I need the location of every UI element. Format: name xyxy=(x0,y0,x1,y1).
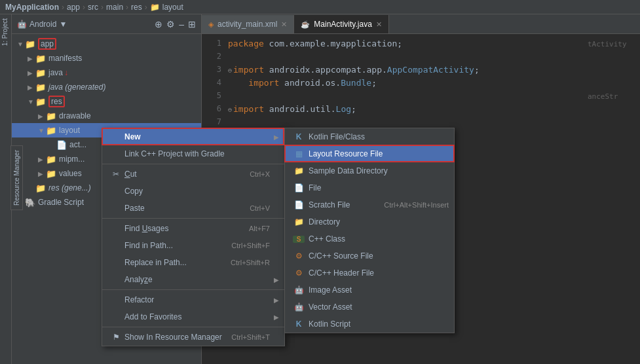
ctx-item-replace-path[interactable]: Replace in Path... Ctrl+Shift+R xyxy=(102,254,284,271)
tab-java[interactable]: ☕ MainActivity.java ✕ xyxy=(294,15,388,33)
sub-item-sample-data[interactable]: 📁 Sample Data Directory xyxy=(285,162,454,179)
code-line-3: 3 ⊖import androidx.appcompat.app.AppComp… xyxy=(202,63,640,76)
sep5: › xyxy=(145,3,147,12)
project-panel-header: 🤖 Android ▼ ⊕ ⚙ – ⊞ xyxy=(12,14,201,34)
ctx-label-add-fav: Add to Favorites xyxy=(124,312,181,321)
replace-path-shortcut: Ctrl+Shift+R xyxy=(231,259,270,266)
bc-main: main xyxy=(106,3,123,12)
tree-label: mipm... xyxy=(59,155,85,164)
ctx-item-copy[interactable]: Copy xyxy=(102,183,284,200)
ctx-item-show-rm[interactable]: ⚑ Show In Resource Manager Ctrl+Shift+T xyxy=(102,329,284,346)
sub-item-cpp-class[interactable]: S C++ Class xyxy=(285,230,454,247)
tree-item-java[interactable]: ▶ 📁 java ↓ xyxy=(12,65,201,80)
ctx-item-analyze[interactable]: Analyze xyxy=(102,271,284,288)
sub-item-layout-resource[interactable]: ▦ Layout Resource File xyxy=(285,145,454,162)
ctx-item-cut[interactable]: ✂ Cut Ctrl+X xyxy=(102,166,284,183)
resource-manager-label[interactable]: Resource Manager xyxy=(10,145,23,210)
tr-line1: tActivity xyxy=(588,38,640,51)
title-bar: MyApplication › app › src › main › res ›… xyxy=(0,0,640,14)
panel-dropdown[interactable]: ▼ xyxy=(59,20,67,29)
sub-label-layout-resource: Layout Resource File xyxy=(309,149,383,158)
sub-label-kotlin-file: Kotlin File/Class xyxy=(309,132,365,141)
tr-line5: anceStr xyxy=(588,90,640,103)
sub-item-cpp-source[interactable]: ⚙ C/C++ Source File xyxy=(285,247,454,264)
sub-item-directory[interactable]: 📁 Directory xyxy=(285,213,454,230)
expand-icon[interactable]: ⊞ xyxy=(188,19,196,29)
line-content: ⊖import android.util.Log; xyxy=(228,104,356,114)
show-rm-shortcut: Ctrl+Shift+T xyxy=(231,333,270,341)
resource-manager-tab[interactable]: Resource Manager xyxy=(10,145,23,210)
sub-label-file: File xyxy=(309,183,321,192)
sub-label-directory: Directory xyxy=(309,217,340,227)
sub-label-kotlin-script: Kotlin Script xyxy=(309,319,350,329)
ctx-label-replace-path: Replace in Path... xyxy=(124,258,187,267)
bc-app: app xyxy=(67,3,80,12)
tree-label: layout xyxy=(59,126,80,135)
line-num: 3 xyxy=(202,65,228,74)
arrow: ▶ xyxy=(28,55,35,62)
tab-xml[interactable]: ◈ activity_main.xml ✕ xyxy=(202,15,294,33)
folder-icon: 📁 xyxy=(46,169,56,179)
sub-label-image-asset: Image Asset xyxy=(309,285,352,295)
tree-label: java (generated) xyxy=(48,82,105,92)
scratch-shortcut: Ctrl+Alt+Shift+Insert xyxy=(384,201,449,209)
tab-java-close[interactable]: ✕ xyxy=(376,20,382,29)
line-num: 5 xyxy=(202,91,228,100)
ctx-item-paste[interactable]: Paste Ctrl+V xyxy=(102,200,284,217)
file-icon: 📄 xyxy=(293,183,305,192)
line-num: 7 xyxy=(202,117,228,126)
sub-item-file[interactable]: 📄 File xyxy=(285,179,454,196)
ctx-item-add-fav[interactable]: Add to Favorites xyxy=(102,308,284,325)
line-num: 4 xyxy=(202,78,228,87)
arrow: ▶ xyxy=(28,84,35,91)
ctx-item-refactor[interactable]: Refactor xyxy=(102,291,284,308)
arrow: ▶ xyxy=(38,156,46,163)
ctx-item-find-usages[interactable]: Find Usages Alt+F7 xyxy=(102,220,284,237)
tree-item-res[interactable]: ▼ 📁 res xyxy=(12,94,201,109)
submenu-panel: K Kotlin File/Class ▦ Layout Resource Fi… xyxy=(284,128,455,333)
panel-title-text: Android xyxy=(29,20,56,29)
project-tab-label[interactable]: 1: Project xyxy=(0,14,11,50)
ctx-item-link-cpp[interactable]: Link C++ Project with Gradle xyxy=(102,145,284,162)
paste-shortcut: Ctrl+V xyxy=(250,204,270,212)
tab-xml-label: activity_main.xml xyxy=(217,20,277,29)
ctx-item-new[interactable]: New xyxy=(102,128,284,145)
cpp-header-icon: ⚙ xyxy=(293,268,305,278)
cut-icon: ✂ xyxy=(110,170,122,179)
vector-asset-icon: 🤖 xyxy=(293,302,305,312)
sub-item-cpp-header[interactable]: ⚙ C/C++ Header File xyxy=(285,264,454,282)
sub-item-kotlin-file[interactable]: K Kotlin File/Class xyxy=(285,128,454,145)
arrow: ▶ xyxy=(38,170,46,177)
tree-item-drawable[interactable]: ▶ 📁 drawable xyxy=(12,109,201,123)
code-line-5: 5 xyxy=(202,89,640,102)
ctx-label-new: New xyxy=(124,132,141,141)
kotlin-icon: K xyxy=(293,132,305,141)
ctx-label-cut: Cut xyxy=(124,170,137,179)
settings-icon[interactable]: ⚙ xyxy=(166,19,175,29)
sample-icon: 📁 xyxy=(293,166,305,175)
ctx-item-find-path[interactable]: Find in Path... Ctrl+Shift+F xyxy=(102,237,284,254)
code-line-1: 1 package com.example.myapplication; xyxy=(202,37,640,50)
tr-line4 xyxy=(588,77,640,90)
sub-item-image-asset[interactable]: 🤖 Image Asset xyxy=(285,282,454,299)
sub-label-sample-data: Sample Data Directory xyxy=(309,166,388,175)
minimize-icon[interactable]: – xyxy=(179,19,184,29)
sub-item-vector-asset[interactable]: 🤖 Vector Asset xyxy=(285,299,454,316)
sync-icon[interactable]: ⊕ xyxy=(155,19,162,29)
tree-label: values xyxy=(59,169,82,178)
kotlin-script-icon: K xyxy=(293,319,305,329)
tree-label: java xyxy=(48,68,63,77)
sub-item-kotlin-script[interactable]: K Kotlin Script xyxy=(285,316,454,333)
tree-item-java-gen[interactable]: ▶ 📁 java (generated) xyxy=(12,80,201,94)
tree-item-manifests[interactable]: ▶ 📁 manifests xyxy=(12,51,201,65)
layout-icon: ▦ xyxy=(293,149,305,158)
tab-xml-close[interactable]: ✕ xyxy=(281,20,287,29)
sub-item-scratch[interactable]: 📄 Scratch File Ctrl+Alt+Shift+Insert xyxy=(285,196,454,213)
tree-label: manifests xyxy=(48,54,82,63)
cut-shortcut: Ctrl+X xyxy=(250,170,270,178)
tr-line2 xyxy=(588,51,640,64)
folder-icon: 📁 xyxy=(35,54,46,64)
editor-tabs: ◈ activity_main.xml ✕ ☕ MainActivity.jav… xyxy=(202,14,640,34)
tree-item-app[interactable]: ▼ 📁 app xyxy=(12,37,201,51)
code-line-2: 2 xyxy=(202,50,640,63)
